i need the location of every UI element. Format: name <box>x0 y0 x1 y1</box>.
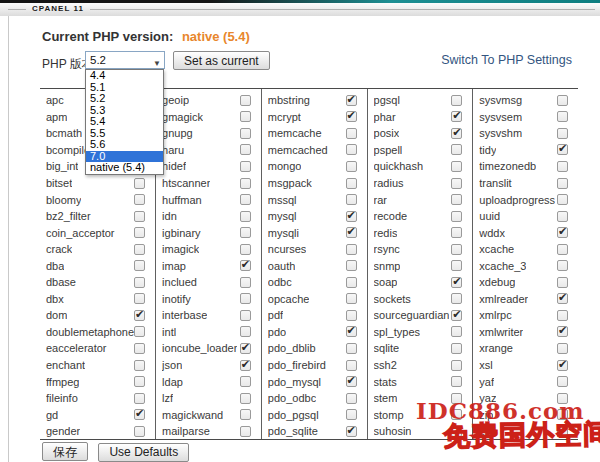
extension-checkbox[interactable] <box>346 426 357 437</box>
extension-checkbox[interactable] <box>557 128 568 139</box>
extension-checkbox[interactable] <box>134 426 145 437</box>
dropdown-option[interactable]: 5.4 <box>86 116 163 128</box>
extension-checkbox[interactable] <box>346 111 357 122</box>
extension-checkbox[interactable] <box>346 310 357 321</box>
php-version-dropdown-list[interactable]: 4.45.15.25.35.45.55.67.0native (5.4) <box>85 69 164 175</box>
extension-checkbox[interactable] <box>240 277 251 288</box>
extension-checkbox[interactable] <box>240 111 251 122</box>
extension-checkbox[interactable] <box>134 244 145 255</box>
extension-checkbox[interactable] <box>557 277 568 288</box>
extension-checkbox[interactable] <box>240 343 251 354</box>
extension-checkbox[interactable] <box>240 178 251 189</box>
extension-checkbox[interactable] <box>557 360 568 371</box>
extension-checkbox[interactable] <box>134 260 145 271</box>
extension-checkbox[interactable] <box>240 227 251 238</box>
extension-checkbox[interactable] <box>557 376 568 387</box>
extension-checkbox[interactable] <box>134 194 145 205</box>
extension-checkbox[interactable] <box>451 326 462 337</box>
extension-checkbox[interactable] <box>346 293 357 304</box>
extension-checkbox[interactable] <box>134 211 145 222</box>
extension-checkbox[interactable] <box>134 326 145 337</box>
extension-checkbox[interactable] <box>134 343 145 354</box>
extension-checkbox[interactable] <box>346 409 357 420</box>
extension-checkbox[interactable] <box>240 293 251 304</box>
dropdown-option[interactable]: native (5.4) <box>86 162 163 174</box>
extension-checkbox[interactable] <box>451 310 462 321</box>
extension-checkbox[interactable] <box>451 194 462 205</box>
extension-checkbox[interactable] <box>134 277 145 288</box>
extension-checkbox[interactable] <box>557 144 568 155</box>
extension-checkbox[interactable] <box>557 293 568 304</box>
extension-checkbox[interactable] <box>557 194 568 205</box>
extension-checkbox[interactable] <box>240 326 251 337</box>
extension-checkbox[interactable] <box>451 144 462 155</box>
extension-checkbox[interactable] <box>451 211 462 222</box>
extension-checkbox[interactable] <box>557 310 568 321</box>
extension-checkbox[interactable] <box>451 293 462 304</box>
extension-checkbox[interactable] <box>451 161 462 172</box>
dropdown-option[interactable]: 4.4 <box>86 70 163 82</box>
extension-checkbox[interactable] <box>451 128 462 139</box>
extension-checkbox[interactable] <box>346 244 357 255</box>
save-button[interactable]: 保存 <box>42 442 88 461</box>
extension-checkbox[interactable] <box>240 128 251 139</box>
extension-checkbox[interactable] <box>451 277 462 288</box>
extension-checkbox[interactable] <box>451 260 462 271</box>
extension-checkbox[interactable] <box>451 227 462 238</box>
extension-checkbox[interactable] <box>557 260 568 271</box>
extension-checkbox[interactable] <box>240 310 251 321</box>
extension-checkbox[interactable] <box>134 376 145 387</box>
extension-checkbox[interactable] <box>240 211 251 222</box>
extension-checkbox[interactable] <box>134 293 145 304</box>
dropdown-option[interactable]: 5.6 <box>86 139 163 151</box>
extension-checkbox[interactable] <box>240 393 251 404</box>
extension-checkbox[interactable] <box>134 393 145 404</box>
extension-checkbox[interactable] <box>240 144 251 155</box>
extension-checkbox[interactable] <box>346 376 357 387</box>
extension-checkbox[interactable] <box>557 244 568 255</box>
extension-checkbox[interactable] <box>451 178 462 189</box>
extension-checkbox[interactable] <box>451 376 462 387</box>
extension-checkbox[interactable] <box>240 409 251 420</box>
switch-to-php-settings-link[interactable]: Switch To PHP Settings <box>441 53 572 67</box>
dropdown-option[interactable]: 5.2 <box>86 93 163 105</box>
extension-checkbox[interactable] <box>346 95 357 106</box>
extension-checkbox[interactable] <box>134 310 145 321</box>
extension-checkbox[interactable] <box>134 409 145 420</box>
extension-checkbox[interactable] <box>557 161 568 172</box>
extension-checkbox[interactable] <box>451 95 462 106</box>
extension-checkbox[interactable] <box>346 178 357 189</box>
extension-checkbox[interactable] <box>240 376 251 387</box>
use-defaults-button[interactable]: Use Defaults <box>98 443 189 462</box>
extension-checkbox[interactable] <box>451 343 462 354</box>
extension-checkbox[interactable] <box>557 211 568 222</box>
extension-checkbox[interactable] <box>346 211 357 222</box>
extension-checkbox[interactable] <box>346 194 357 205</box>
extension-checkbox[interactable] <box>346 343 357 354</box>
extension-checkbox[interactable] <box>134 178 145 189</box>
extension-checkbox[interactable] <box>346 326 357 337</box>
extension-checkbox[interactable] <box>557 95 568 106</box>
extension-checkbox[interactable] <box>240 426 251 437</box>
extension-checkbox[interactable] <box>346 393 357 404</box>
set-as-current-button[interactable]: Set as current <box>173 51 270 70</box>
extension-checkbox[interactable] <box>346 227 357 238</box>
extension-checkbox[interactable] <box>240 95 251 106</box>
php-version-select[interactable]: 5.2 ▼ <box>85 51 165 69</box>
extension-checkbox[interactable] <box>346 161 357 172</box>
extension-checkbox[interactable] <box>557 343 568 354</box>
extension-checkbox[interactable] <box>134 360 145 371</box>
extension-checkbox[interactable] <box>451 111 462 122</box>
extension-checkbox[interactable] <box>557 111 568 122</box>
extension-checkbox[interactable] <box>451 360 462 371</box>
extension-checkbox[interactable] <box>346 128 357 139</box>
extension-checkbox[interactable] <box>557 227 568 238</box>
extension-checkbox[interactable] <box>240 360 251 371</box>
extension-checkbox[interactable] <box>240 244 251 255</box>
extension-checkbox[interactable] <box>451 244 462 255</box>
extension-checkbox[interactable] <box>346 277 357 288</box>
extension-checkbox[interactable] <box>240 161 251 172</box>
extension-checkbox[interactable] <box>346 360 357 371</box>
extension-checkbox[interactable] <box>557 326 568 337</box>
extension-checkbox[interactable] <box>240 260 251 271</box>
